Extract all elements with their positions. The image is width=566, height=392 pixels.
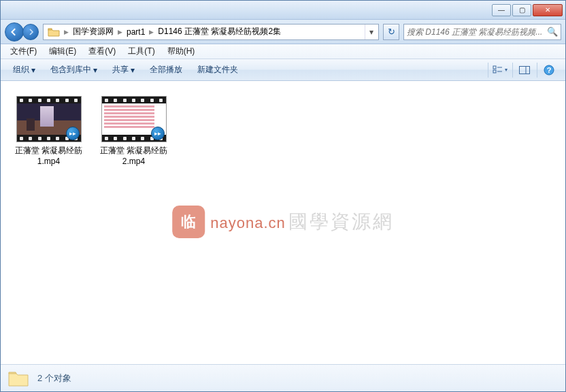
file-name: 正藩堂 紫凝易经筋2.mp4 — [98, 145, 169, 167]
window-controls: — ▢ ✕ — [490, 4, 563, 16]
refresh-icon: ↻ — [388, 27, 395, 37]
view-icon — [493, 65, 503, 75]
back-button[interactable] — [5, 22, 24, 42]
watermark-domain: nayona.cn — [210, 214, 286, 232]
explorer-window: — ▢ ✕ ▶ 国学资源网 ▶ part1 ▶ D1146 正藩堂 紫凝易 — [0, 0, 566, 392]
view-options-button[interactable]: ▾ — [488, 63, 511, 78]
chevron-right-icon: ▶ — [63, 29, 70, 35]
forward-button[interactable] — [22, 24, 39, 40]
breadcrumb-item[interactable]: D1146 正藩堂 紫凝易经筋视频2集 — [155, 26, 284, 37]
status-count: 2 个对象 — [37, 372, 71, 385]
breadcrumb: ▶ 国学资源网 ▶ part1 ▶ D1146 正藩堂 紫凝易经筋视频2集 — [63, 26, 365, 37]
titlebar: — ▢ ✕ — [1, 1, 565, 20]
svg-rect-0 — [48, 29, 52, 30]
newfolder-button[interactable]: 新建文件夹 — [190, 62, 245, 78]
menu-help[interactable]: 帮助(H) — [162, 44, 201, 59]
watermark-logo-icon: 临 — [172, 206, 205, 238]
nav-buttons — [5, 22, 39, 42]
search-input[interactable] — [407, 27, 544, 37]
back-arrow-icon — [10, 28, 18, 36]
menu-edit[interactable]: 编辑(E) — [44, 44, 82, 59]
file-list: ▸▸ 正藩堂 紫凝易经筋1.mp4 ▸▸ 正藩堂 紫凝易经筋2.mp4 临 na… — [1, 81, 565, 364]
menu-file[interactable]: 文件(F) — [5, 44, 42, 59]
file-item[interactable]: ▸▸ 正藩堂 紫凝易经筋2.mp4 — [98, 96, 169, 167]
video-thumbnail: ▸▸ — [101, 96, 167, 142]
folder-icon — [7, 369, 29, 388]
svg-text:?: ? — [546, 66, 551, 74]
chevron-down-icon: ▾ — [93, 65, 97, 75]
svg-rect-1 — [493, 66, 496, 69]
refresh-button[interactable]: ↻ — [383, 24, 399, 40]
search-icon: 🔍 — [547, 27, 558, 37]
chevron-right-icon: ▶ — [116, 29, 124, 35]
menu-tools[interactable]: 工具(T) — [122, 44, 160, 59]
share-button[interactable]: 共享 ▾ — [105, 62, 142, 78]
chevron-down-icon: ▾ — [31, 65, 35, 75]
close-button[interactable]: ✕ — [533, 4, 563, 16]
help-button[interactable]: ? — [537, 63, 560, 78]
play-icon: ▸▸ — [151, 127, 165, 140]
search-box[interactable]: 🔍 — [403, 24, 561, 40]
address-dropdown[interactable]: ▾ — [365, 24, 377, 39]
svg-rect-5 — [519, 66, 529, 74]
include-library-button[interactable]: 包含到库中 ▾ — [44, 62, 104, 78]
watermark-cn: 國學資源網 — [288, 209, 394, 235]
chevron-down-icon: ▾ — [505, 67, 507, 73]
forward-arrow-icon — [27, 29, 34, 35]
pane-icon — [519, 66, 530, 74]
svg-rect-2 — [493, 70, 496, 73]
maximize-button[interactable]: ▢ — [512, 4, 531, 16]
file-name: 正藩堂 紫凝易经筋1.mp4 — [13, 145, 84, 167]
folder-icon — [48, 27, 60, 37]
toolbar: 组织 ▾ 包含到库中 ▾ 共享 ▾ 全部播放 新建文件夹 ▾ ? — [1, 59, 565, 81]
playall-button[interactable]: 全部播放 — [143, 62, 189, 78]
play-icon: ▸▸ — [66, 127, 80, 140]
chevron-down-icon: ▾ — [131, 65, 135, 75]
breadcrumb-item[interactable]: 国学资源网 — [70, 26, 116, 37]
breadcrumb-item[interactable]: part1 — [124, 27, 148, 37]
menu-view[interactable]: 查看(V) — [83, 44, 121, 59]
nav-bar: ▶ 国学资源网 ▶ part1 ▶ D1146 正藩堂 紫凝易经筋视频2集 ▾ … — [1, 20, 565, 44]
watermark: 临 nayona.cn 國學資源網 — [172, 206, 394, 238]
chevron-right-icon: ▶ — [148, 29, 155, 35]
organize-button[interactable]: 组织 ▾ — [6, 62, 42, 78]
help-icon: ? — [544, 65, 554, 76]
status-bar: 2 个对象 — [1, 364, 565, 391]
address-bar[interactable]: ▶ 国学资源网 ▶ part1 ▶ D1146 正藩堂 紫凝易经筋视频2集 ▾ — [43, 24, 379, 40]
preview-pane-button[interactable] — [512, 63, 535, 78]
video-thumbnail: ▸▸ — [16, 96, 82, 142]
file-item[interactable]: ▸▸ 正藩堂 紫凝易经筋1.mp4 — [13, 96, 84, 167]
minimize-button[interactable]: — — [492, 4, 511, 16]
menu-bar: 文件(F) 编辑(E) 查看(V) 工具(T) 帮助(H) — [1, 44, 565, 59]
